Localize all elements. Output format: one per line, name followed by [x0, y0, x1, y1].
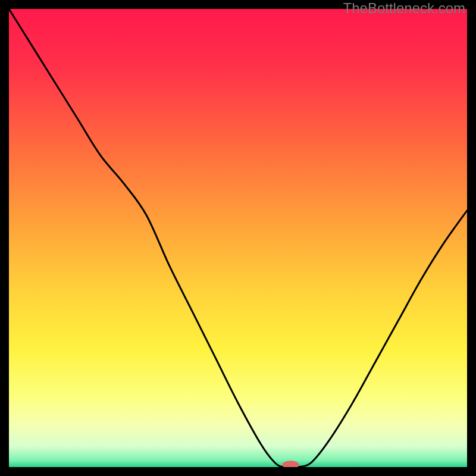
gradient-background	[9, 9, 467, 467]
bottleneck-chart	[9, 9, 467, 467]
watermark-text: TheBottleneck.com	[343, 0, 465, 17]
chart-frame	[9, 9, 467, 467]
